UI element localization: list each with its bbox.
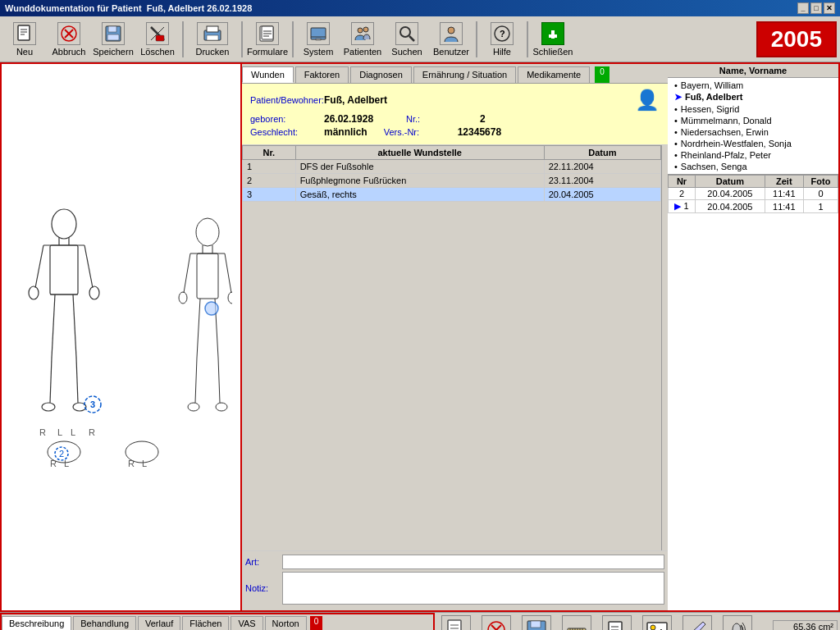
svg-text:L: L [71,427,75,437]
close-button[interactable]: ✕ [824,2,835,14]
scrollbar[interactable] [661,145,668,550]
system-label: System [304,47,334,57]
body-diagram[interactable]: 3 R L L R R L 2 [2,64,240,610]
table-row[interactable]: 1 DFS der Fußsohle 22.11.2004 [243,160,661,174]
bottom-area: Beschreibung Behandlung Verlauf Flächen … [0,612,840,630]
media-stift-button[interactable]: Stift [678,615,716,630]
table-row[interactable]: ▶ 1 20.04.2005 11:41 1 [669,200,838,213]
system-button[interactable]: System [297,19,340,60]
svg-line-46 [50,358,52,403]
list-item[interactable]: Mümmelmann, Donald [668,115,838,126]
media-bild-button[interactable]: Bild [638,615,676,630]
list-item[interactable]: Hessen, Sigrid [668,103,838,115]
art-input[interactable] [282,555,664,569]
speichern-button[interactable]: Speichern [92,19,135,60]
tab-behandlung[interactable]: Behandlung [73,616,136,630]
suchen-label: Suchen [391,47,422,57]
hilfe-icon: ? [491,22,514,45]
media-messen-button[interactable]: Messen [558,615,596,630]
benutzer-button[interactable]: Benutzer [430,19,472,60]
table-row[interactable]: 3 Gesäß, rechts 20.04.2005 [243,188,661,202]
svg-point-41 [29,286,39,299]
table-row[interactable]: 2 20.04.2005 11:41 0 [669,188,838,200]
table-row[interactable]: 2 Fußphlegmone Fußrücken 23.11.2004 [243,174,661,188]
tab-flaechen[interactable]: Flächen [182,616,229,630]
minimize-button[interactable]: _ [797,2,809,14]
svg-point-78 [216,403,227,411]
svg-rect-87 [531,621,541,628]
suchen-icon [395,22,418,45]
rec-col-nr: Nr [669,176,696,188]
tab-wunden[interactable]: Wunden [242,66,294,83]
patient-header-title: Fuß, Adelbert 26.02.1928 [147,3,253,13]
rec-foto-2: 1 [803,200,838,213]
list-item[interactable]: Fuß, Adelbert [668,91,838,103]
notiz-input[interactable] [282,572,664,605]
tab-norton[interactable]: Norton [265,616,307,630]
tab-faktoren[interactable]: Faktoren [295,66,349,83]
media-neu-button[interactable]: Neu [437,615,475,630]
svg-rect-96 [609,622,622,630]
rec-date-1: 20.04.2005 [696,188,765,200]
hilfe-button[interactable]: ? Hilfe [481,19,523,60]
media-size: 65,36 cm² [773,620,838,630]
separator-3 [292,21,294,57]
formulare-button[interactable]: Formulare [246,19,289,60]
wound-name-1: DFS der Fußsohle [295,160,544,174]
separator-2 [241,21,243,57]
patient-dob: 26.02.1928 [324,113,373,125]
maximize-button[interactable]: □ [810,2,822,14]
svg-point-24 [358,28,363,33]
wound-date-2: 23.11.2004 [544,174,660,188]
art-notiz-section: Art: Notiz: [242,550,668,610]
body-diagram-panel: 3 R L L R R L 2 [0,62,242,612]
svg-rect-23 [316,39,321,40]
rec-nr-1: 2 [669,188,696,200]
media-abbruch-button[interactable]: Abbruch [477,615,515,630]
tab-vas[interactable]: VAS [231,616,262,630]
svg-line-40 [84,245,93,288]
list-item[interactable]: Sachsen, Senga [668,161,838,172]
rec-arrow-2: ▶ 1 [669,200,696,213]
tab-diagnosen[interactable]: Diagnosen [350,66,412,83]
art-label: Art: [245,557,282,567]
media-speic-button[interactable]: Speic... [518,615,555,630]
list-item[interactable]: Nordrhein-Westfalen, Sonja [668,138,838,149]
drucken-button[interactable]: Drucken [187,19,238,60]
rec-date-2: 20.04.2005 [696,200,765,213]
loeschen-label: Löschen [140,47,175,57]
list-item[interactable]: Niedersachsen, Erwin [668,126,838,138]
tab-ernaehrung[interactable]: Ernährung / Situation [413,66,516,83]
patienten-button[interactable]: Patienten [341,19,384,60]
geboren-label: geboren: [250,114,324,124]
media-stift-icon [682,615,712,630]
svg-rect-9 [107,34,119,40]
wound-nr-1: 1 [243,160,296,174]
year-badge: 2005 [756,21,837,57]
abbruch-button[interactable]: Abbruch [48,19,90,60]
tab-beschreibung[interactable]: Beschreibung [2,616,71,630]
patient-nr: 2 [480,113,486,125]
list-item[interactable]: Rheinland-Pfalz, Peter [668,149,838,161]
loeschen-button[interactable]: Löschen [136,19,179,60]
media-ton-button[interactable]: Ton [719,615,756,630]
svg-line-73 [197,299,200,358]
tab-verlauf[interactable]: Verlauf [138,616,180,630]
patient-geschlecht: männlich [324,126,368,138]
schliessen-button[interactable]: Schließen [532,19,574,60]
rec-foto-1: 0 [803,188,838,200]
svg-rect-15 [207,35,218,40]
svg-point-79 [205,302,218,315]
neu-button[interactable]: Neu [3,19,46,60]
svg-rect-21 [311,28,326,39]
media-notiz-button[interactable]: Notiz [598,615,636,630]
svg-text:L: L [64,459,69,468]
list-item[interactable]: Bayern, William [668,80,838,91]
suchen-button[interactable]: Suchen [386,19,428,60]
patient-avatar-icon: 👤 [635,89,660,112]
schliessen-icon [541,22,564,45]
wound-name-3: Gesäß, rechts [295,188,544,202]
tab-medikamente[interactable]: Medikamente [518,66,590,83]
right-panel: Name, Vorname Bayern, William Fuß, Adelb… [668,62,840,612]
wound-date-3: 20.04.2005 [544,188,660,202]
